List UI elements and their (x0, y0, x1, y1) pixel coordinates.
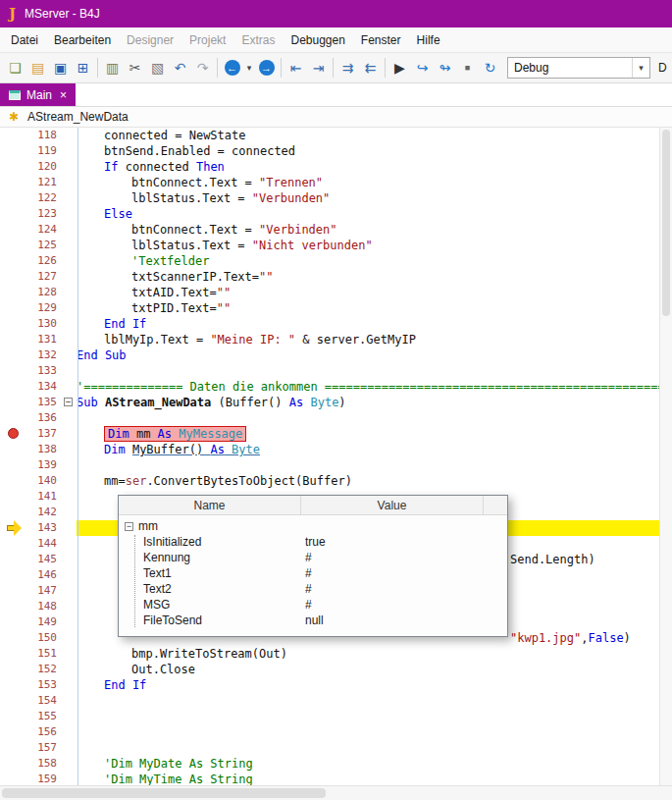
code-text[interactable]: lblStatus.Text = "Verbunden" (77, 190, 672, 206)
watch-row[interactable]: Text1# (119, 565, 507, 581)
code-text[interactable]: 'Dim MyTime As String (77, 772, 672, 785)
gutter-cell[interactable] (0, 285, 27, 300)
vertical-scrollbar-thumb[interactable] (662, 130, 670, 316)
vertical-scrollbar[interactable] (659, 128, 672, 785)
gutter-cell[interactable] (0, 614, 27, 630)
code-text[interactable]: Else (77, 206, 672, 222)
code-text[interactable]: bmp.WriteToStream(Out) (77, 646, 672, 662)
clipped-config-select[interactable]: D (658, 61, 670, 75)
copy-button[interactable]: ▧ (146, 56, 169, 80)
gutter-cell[interactable] (0, 363, 27, 379)
watch-column-name[interactable]: Name (119, 496, 301, 514)
gutter-cell[interactable] (0, 599, 27, 614)
gutter-cell[interactable] (0, 143, 27, 159)
gutter-cell[interactable] (0, 128, 27, 143)
redo-button[interactable]: ↷ (191, 56, 214, 80)
gutter-cell[interactable] (0, 709, 27, 724)
collapse-icon[interactable]: − (125, 522, 133, 531)
gutter-cell[interactable] (0, 740, 27, 756)
code-text[interactable] (77, 410, 672, 426)
code-text[interactable]: 'Dim MyDate As String (77, 756, 672, 772)
back-history-dropdown-button[interactable]: ▾ (243, 56, 255, 80)
code-text[interactable]: lblStatus.Text = "Nicht verbunden" (77, 238, 672, 253)
gutter-cell[interactable] (0, 269, 27, 285)
menu-item-fenster[interactable]: Fenster (353, 28, 409, 52)
navigate-back-button[interactable]: ← (221, 56, 243, 80)
gutter-cell[interactable] (0, 332, 27, 347)
code-text[interactable]: End If (77, 677, 672, 693)
code-text[interactable] (77, 457, 672, 473)
code-text[interactable]: connected = NewState (77, 128, 672, 143)
uncomment-selection-button[interactable]: ⇇ (359, 56, 382, 80)
code-text[interactable]: '============== Daten die ankommen =====… (77, 379, 672, 395)
code-text[interactable]: End Sub (77, 347, 672, 363)
code-text[interactable]: btnConnect.Text = "Trennen" (77, 175, 672, 190)
fold-margin[interactable]: − (63, 395, 77, 410)
menu-item-debuggen[interactable]: Debuggen (283, 28, 352, 52)
tab-main[interactable]: Main × (0, 83, 76, 106)
horizontal-scrollbar[interactable] (0, 785, 672, 800)
gutter-cell[interactable] (0, 489, 27, 505)
gutter-cell[interactable] (0, 426, 27, 442)
debug-mode-select[interactable]: Debug ▾ (507, 57, 650, 79)
code-text[interactable]: lblMyIp.Text = "Meine IP: " & server.Get… (77, 332, 672, 347)
watch-row[interactable]: Kennung# (119, 550, 507, 565)
step-over-button[interactable]: ↬ (434, 56, 456, 80)
gutter-cell[interactable] (0, 159, 27, 175)
gutter-cell[interactable] (0, 756, 27, 772)
menu-item-bearbeiten[interactable]: Bearbeiten (46, 28, 119, 52)
gutter-cell[interactable] (0, 536, 27, 552)
gutter-cell[interactable] (0, 567, 27, 583)
gutter-cell[interactable] (0, 410, 27, 426)
menu-item-datei[interactable]: Datei (3, 28, 46, 52)
new-module-button[interactable]: ❏ (4, 56, 26, 80)
menu-item-projekt[interactable]: Projekt (181, 28, 233, 52)
indent-button[interactable]: ⇥ (307, 56, 330, 80)
undo-button[interactable]: ↶ (169, 56, 191, 80)
gutter-cell[interactable] (0, 473, 27, 489)
code-text[interactable] (77, 709, 672, 724)
dropdown-arrow-icon[interactable]: ▾ (632, 58, 649, 78)
gutter-cell[interactable] (0, 505, 27, 520)
code-text[interactable] (77, 724, 672, 740)
save-button[interactable]: ▣ (49, 56, 72, 80)
gutter-cell[interactable] (0, 206, 27, 222)
paste-button[interactable]: ▥ (101, 56, 124, 80)
code-text[interactable]: txtPID.Text="" (77, 300, 672, 316)
gutter-cell[interactable] (0, 300, 27, 316)
gutter-cell[interactable] (0, 442, 27, 457)
gutter-cell[interactable] (0, 646, 27, 662)
cut-button[interactable]: ✂ (124, 56, 146, 80)
code-text[interactable] (77, 693, 672, 709)
menu-item-designer[interactable]: Designer (119, 28, 181, 52)
code-text[interactable]: mm=ser.ConvertBytesToObject(Buffer) (77, 473, 672, 489)
gutter-cell[interactable] (0, 630, 27, 646)
gutter-cell[interactable] (0, 693, 27, 709)
restart-button[interactable]: ↻ (479, 56, 501, 80)
comment-selection-button[interactable]: ⇉ (336, 56, 359, 80)
gutter-cell[interactable] (0, 316, 27, 332)
gutter-cell[interactable] (0, 520, 27, 536)
stop-button[interactable]: ■ (456, 56, 479, 80)
gutter-cell[interactable] (0, 253, 27, 269)
tab-close-icon[interactable]: × (60, 89, 67, 101)
gutter-cell[interactable] (0, 457, 27, 473)
gutter-cell[interactable] (0, 175, 27, 190)
gutter-cell[interactable] (0, 379, 27, 395)
gutter-cell[interactable] (0, 395, 27, 410)
watch-row[interactable]: MSG# (119, 597, 507, 613)
watch-row[interactable]: IsInitializedtrue (119, 534, 507, 550)
gutter-cell[interactable] (0, 583, 27, 599)
menu-item-hilfe[interactable]: Hilfe (409, 28, 448, 52)
code-text[interactable]: Out.Close (77, 662, 672, 677)
code-text[interactable] (77, 740, 672, 756)
horizontal-scrollbar-thumb[interactable] (2, 788, 326, 798)
code-text[interactable]: btnSend.Enabled = connected (77, 143, 672, 159)
gutter-cell[interactable] (0, 662, 27, 677)
navigate-forward-button[interactable]: → (255, 56, 278, 80)
watch-column-value[interactable]: Value (301, 496, 484, 514)
gutter-cell[interactable] (0, 772, 27, 785)
menu-item-extras[interactable]: Extras (233, 28, 283, 52)
modules-layout-button[interactable]: ⊞ (72, 56, 94, 80)
step-into-button[interactable]: ↪ (411, 56, 434, 80)
